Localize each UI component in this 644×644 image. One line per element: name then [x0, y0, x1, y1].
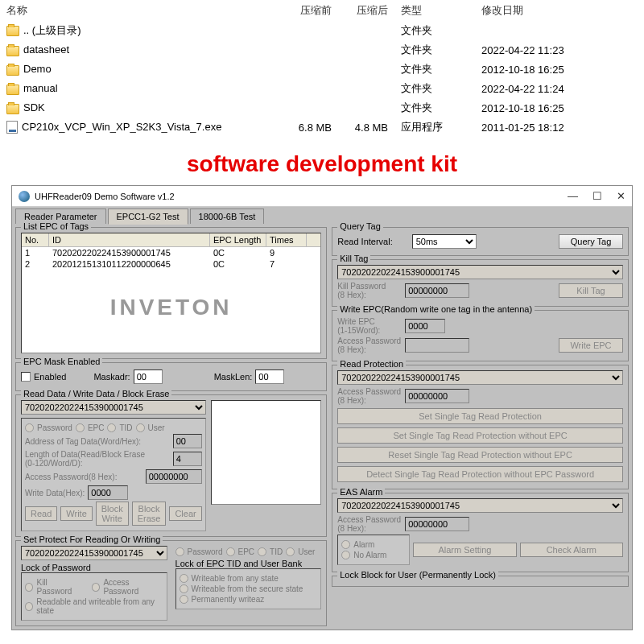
kill-pw-input[interactable]	[405, 283, 469, 298]
wepc-title: Write EPC(Random write one tag in the an…	[337, 304, 535, 314]
radio-w-secure[interactable]	[180, 584, 188, 593]
radio-accesspw[interactable]	[92, 583, 100, 592]
rprot-epc-select[interactable]: 702020220224153900001745	[337, 370, 623, 385]
tab-bar: Reader Parameter EPCC1-G2 Test 18000-6B …	[12, 207, 632, 224]
watermark: INVETON	[110, 295, 233, 320]
lock-password-label: Lock of Password	[21, 563, 167, 572]
rprot-btn3[interactable]: Reset Single Tag Read Protection without…	[337, 447, 623, 463]
file-row[interactable]: manual文件夹2022-04-22 11:24	[0, 79, 644, 98]
maskadr-label: Maskadr:	[93, 372, 130, 382]
radio-w-perm[interactable]	[180, 595, 188, 604]
rw-addr-input[interactable]	[173, 434, 202, 448]
close-button[interactable]: ✕	[617, 190, 625, 202]
masklen-input[interactable]	[255, 369, 284, 384]
kill-epc-select[interactable]: 702020220224153900001745	[337, 265, 623, 279]
rprot-title: Read Protection	[337, 359, 406, 369]
folder-icon	[6, 65, 19, 76]
window-title: UHFReader09 Demo Software v1.2	[35, 192, 175, 201]
rw-radio-password[interactable]	[25, 423, 34, 432]
mask-enabled-checkbox[interactable]	[21, 372, 31, 382]
mem-radio-user[interactable]	[286, 547, 295, 556]
radio-rw-any[interactable]	[25, 602, 33, 611]
epc-row[interactable]: 17020202202241539000017450C9	[22, 247, 320, 258]
epc-row[interactable]: 22020121513101122000006450C7	[22, 258, 320, 270]
tab-epcc1-g2[interactable]: EPCC1-G2 Test	[108, 208, 188, 225]
rw-accpw-input[interactable]	[146, 469, 202, 484]
query-tag-button[interactable]: Query Tag	[559, 234, 623, 249]
alarm-setting-button[interactable]: Alarm Setting	[413, 543, 516, 557]
rw-radio-user[interactable]	[136, 423, 145, 432]
wepc-input[interactable]	[405, 319, 445, 333]
col-name: 名称	[0, 0, 282, 21]
rw-blockwrite-button[interactable]: Block Write	[96, 502, 129, 526]
app-icon	[19, 191, 30, 202]
minimize-button[interactable]: —	[568, 190, 578, 202]
demo-window: UHFReader09 Demo Software v1.2 — ☐ ✕ Rea…	[11, 185, 633, 630]
mask-group: EPC Mask Enabled Enabled Maskadr: MaskLe…	[15, 362, 327, 391]
rw-clear-button[interactable]: Clear	[169, 506, 201, 521]
radio-w-any[interactable]	[180, 574, 188, 583]
col-no: No.	[22, 233, 49, 246]
rw-output[interactable]	[211, 400, 322, 505]
maskadr-input[interactable]	[134, 369, 163, 384]
rprot-btn4[interactable]: Detect Single Tag Read Protection withou…	[337, 466, 623, 482]
write-epc-button[interactable]: Write EPC	[559, 338, 623, 353]
col-times: Times	[266, 233, 307, 246]
mem-radio-epc[interactable]	[226, 547, 235, 556]
file-row[interactable]: CP210x_VCP_Win_XP_S2K3_Vista_7.exe6.8 MB…	[0, 118, 644, 137]
file-row[interactable]: .. (上级目录)文件夹	[0, 21, 644, 40]
mem-radio-tid[interactable]	[258, 547, 266, 556]
col-id: ID	[49, 233, 210, 246]
file-row[interactable]: SDK文件夹2012-10-18 16:25	[0, 98, 644, 118]
col-len: EPC Length	[210, 233, 266, 246]
folder-icon	[6, 104, 19, 114]
kill-group: Kill Tag 702020220224153900001745 Kill P…	[332, 259, 629, 307]
rw-read-button[interactable]: Read	[25, 506, 57, 521]
epc-listbox[interactable]: No. ID EPC Length Times 1702020220224153…	[21, 233, 321, 353]
lock-bank-label: Lock of EPC TID and User Bank	[175, 559, 322, 568]
rprot-btn2[interactable]: Set Single Tag Read Protection without E…	[337, 427, 623, 444]
rw-radio-tid[interactable]	[107, 423, 116, 432]
lockblock-group: Lock Block for User (Permanently Lock)	[332, 576, 629, 587]
col-after: 压缩后	[338, 0, 394, 21]
eas-title: EAS Alarm	[337, 487, 385, 497]
check-alarm-button[interactable]: Check Alarm	[520, 543, 623, 557]
col-before: 压缩前	[282, 0, 338, 21]
file-list-table: 名称 压缩前 压缩后 类型 修改日期 .. (上级目录)文件夹datasheet…	[0, 0, 644, 137]
interval-select[interactable]: 50ms	[412, 234, 477, 249]
file-row[interactable]: Demo文件夹2012-10-18 16:25	[0, 60, 644, 79]
mem-radio-password[interactable]	[175, 547, 184, 556]
mask-title: EPC Mask Enabled	[21, 357, 102, 366]
file-row[interactable]: datasheet文件夹2022-04-22 11:23	[0, 40, 644, 60]
eas-group: EAS Alarm 702020220224153900001745 Acces…	[332, 493, 629, 572]
protect-epc-select[interactable]: 702020220224153900001745	[21, 546, 167, 560]
tab-18000-6b[interactable]: 18000-6B Test	[190, 208, 265, 224]
eas-radio-alarm[interactable]	[341, 540, 350, 549]
write-epc-group: Write EPC(Random write one tag in the an…	[332, 310, 629, 361]
wepc-acc-input[interactable]	[405, 338, 469, 353]
rw-wdata-input[interactable]	[88, 485, 128, 500]
rw-epc-select[interactable]: 702020220224153900001745	[21, 400, 206, 415]
maximize-button[interactable]: ☐	[592, 190, 602, 202]
rw-write-button[interactable]: Write	[60, 506, 92, 521]
eas-acc-input[interactable]	[405, 517, 469, 531]
list-epc-title: List EPC of Tags	[21, 221, 91, 231]
eas-epc-select[interactable]: 702020220224153900001745	[337, 498, 623, 513]
rprot-acc-input[interactable]	[405, 389, 469, 403]
list-epc-group: List EPC of Tags No. ID EPC Length Times…	[15, 227, 327, 359]
rprot-btn1[interactable]: Set Single Tag Read Protection	[337, 408, 623, 424]
eas-radio-noalarm[interactable]	[341, 551, 350, 559]
rw-blockerase-button[interactable]: Block Erase	[132, 502, 167, 526]
banner-title: software development kit	[0, 137, 644, 185]
titlebar: UHFReader09 Demo Software v1.2 — ☐ ✕	[12, 186, 632, 207]
rw-radio-epc[interactable]	[76, 423, 85, 432]
read-protection-group: Read Protection 702020220224153900001745…	[332, 365, 629, 489]
masklen-label: MaskLen:	[214, 372, 253, 382]
kill-tag-button[interactable]: Kill Tag	[559, 283, 623, 298]
rw-len-input[interactable]	[173, 452, 202, 466]
query-group: Query Tag Read Interval: 50ms Query Tag	[332, 227, 629, 256]
radio-killpw[interactable]	[25, 583, 33, 592]
mask-enabled-label: Enabled	[34, 372, 66, 382]
protect-group: Set Protect For Reading Or Writing 70202…	[15, 540, 327, 626]
folder-icon	[6, 26, 19, 36]
